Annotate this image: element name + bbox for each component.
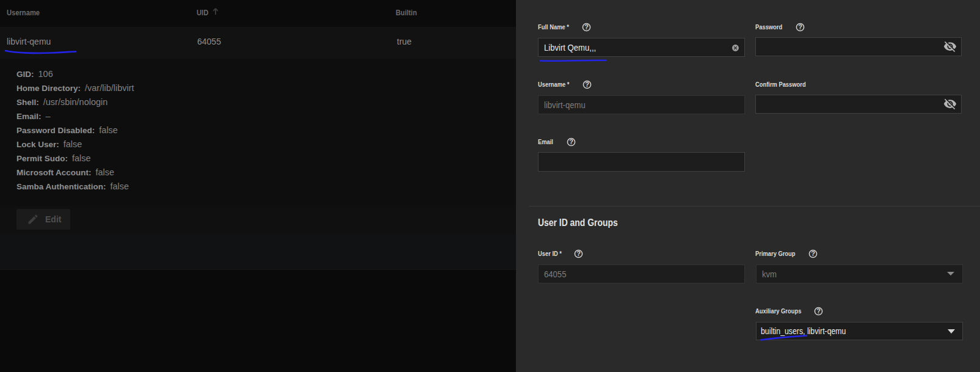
- svg-text:?: ?: [569, 138, 573, 145]
- svg-text:?: ?: [798, 23, 802, 31]
- svg-text:?: ?: [584, 23, 589, 31]
- svg-text:?: ?: [576, 250, 581, 257]
- svg-text:?: ?: [585, 81, 589, 88]
- svg-text:?: ?: [811, 250, 815, 257]
- svg-text:?: ?: [816, 307, 821, 315]
